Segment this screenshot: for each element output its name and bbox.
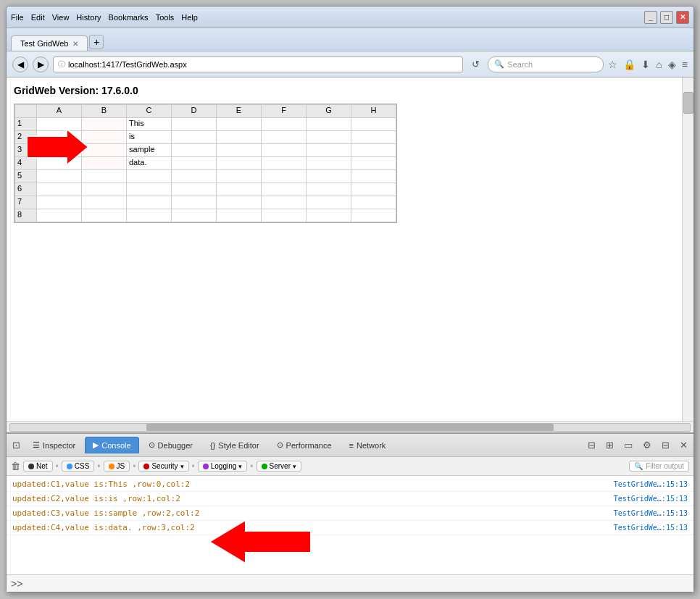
menu-history[interactable]: History — [76, 13, 101, 22]
tab-close-icon[interactable]: ✕ — [72, 40, 78, 48]
tab-inspector[interactable]: ☰ Inspector — [25, 437, 83, 453]
cell-h3[interactable] — [351, 144, 396, 157]
filter-security-button[interactable]: Security ▾ — [138, 461, 188, 472]
cell-a1[interactable] — [37, 118, 82, 131]
horizontal-scrollbar[interactable] — [7, 421, 693, 432]
pocket-icon[interactable]: ◈ — [668, 59, 676, 70]
cell-a5[interactable] — [37, 170, 82, 183]
cell-h4[interactable] — [351, 157, 396, 170]
forward-button[interactable]: ▶ — [33, 56, 49, 72]
filter-net-button[interactable]: Net — [23, 461, 53, 472]
cell-a8[interactable] — [37, 209, 82, 222]
cell-g7[interactable] — [307, 196, 351, 209]
maximize-button[interactable]: □ — [660, 11, 673, 24]
open-menu-icon[interactable]: 🔒 — [623, 59, 636, 70]
cell-e5[interactable] — [217, 170, 262, 183]
cell-b1[interactable] — [82, 118, 127, 131]
cell-e3[interactable] — [217, 144, 262, 157]
cell-d2[interactable] — [172, 131, 217, 144]
vertical-scrollbar[interactable] — [682, 78, 693, 421]
cell-g4[interactable] — [307, 157, 351, 170]
close-devtools-icon[interactable]: ✕ — [677, 438, 691, 452]
cell-h1[interactable] — [351, 118, 396, 131]
clear-console-icon[interactable]: 🗑 — [11, 461, 20, 472]
cell-a7[interactable] — [37, 196, 82, 209]
cell-d5[interactable] — [172, 170, 217, 183]
tab-console[interactable]: ▶ Console — [85, 437, 138, 453]
cell-b8[interactable] — [82, 209, 127, 222]
cell-c4[interactable]: data. — [127, 157, 172, 170]
cell-e4[interactable] — [217, 157, 262, 170]
close-button[interactable]: ✕ — [676, 11, 689, 24]
cell-c2[interactable]: is — [127, 131, 172, 144]
cell-h8[interactable] — [351, 209, 396, 222]
cell-e1[interactable] — [217, 118, 262, 131]
cell-c8[interactable] — [127, 209, 172, 222]
cell-a6[interactable] — [37, 183, 82, 196]
cell-b5[interactable] — [82, 170, 127, 183]
cell-g3[interactable] — [307, 144, 351, 157]
tab-network[interactable]: ≡ Network — [341, 437, 394, 453]
cell-a4[interactable] — [37, 157, 82, 170]
menu-bar[interactable]: File Edit View History Bookmarks Tools H… — [11, 13, 198, 22]
cell-d8[interactable] — [172, 209, 217, 222]
minimize-button[interactable]: _ — [644, 11, 657, 24]
menu-tools[interactable]: Tools — [156, 13, 175, 22]
cell-g5[interactable] — [307, 170, 351, 183]
cell-f2[interactable] — [262, 131, 307, 144]
hamburger-icon[interactable]: ≡ — [682, 59, 688, 70]
menu-edit[interactable]: Edit — [31, 13, 45, 22]
filter-css-button[interactable]: CSS — [62, 461, 95, 472]
cell-c1[interactable]: This — [127, 118, 172, 131]
filter-logging-button[interactable]: Logging ▾ — [198, 461, 248, 472]
browser-tab-gridweb[interactable]: Test GridWeb ✕ — [11, 35, 88, 51]
cell-e2[interactable] — [217, 131, 262, 144]
cell-f7[interactable] — [262, 196, 307, 209]
tab-debugger[interactable]: ⊙ Debugger — [141, 437, 201, 453]
cell-f5[interactable] — [262, 170, 307, 183]
cell-c6[interactable] — [127, 183, 172, 196]
cell-g8[interactable] — [307, 209, 351, 222]
cell-b4[interactable] — [82, 157, 127, 170]
horizontal-scroll-track[interactable] — [9, 423, 691, 432]
console-source-2[interactable]: TestGridWe…:15:13 — [614, 495, 688, 503]
filter-output-box[interactable]: 🔍 Filter output — [629, 461, 689, 472]
detach-icon[interactable]: ⊞ — [603, 438, 617, 452]
cell-b6[interactable] — [82, 183, 127, 196]
cell-f3[interactable] — [262, 144, 307, 157]
url-bar[interactable]: ⓘ localhost:1417/TestGridWeb.aspx — [53, 56, 463, 72]
devtools-side-icon[interactable]: ⊡ — [9, 438, 23, 452]
cell-c5[interactable] — [127, 170, 172, 183]
cell-g2[interactable] — [307, 131, 351, 144]
menu-file[interactable]: File — [11, 13, 24, 22]
cell-h2[interactable] — [351, 131, 396, 144]
menu-view[interactable]: View — [52, 13, 70, 22]
split-vert-icon[interactable]: ▭ — [621, 438, 636, 452]
back-button[interactable]: ◀ — [12, 56, 28, 72]
cell-e6[interactable] — [217, 183, 262, 196]
cell-e8[interactable] — [217, 209, 262, 222]
console-source-4[interactable]: TestGridWe…:15:13 — [614, 524, 688, 532]
cell-f8[interactable] — [262, 209, 307, 222]
menu-bookmarks[interactable]: Bookmarks — [109, 13, 149, 22]
new-tab-button[interactable]: + — [89, 35, 104, 49]
cell-e7[interactable] — [217, 196, 262, 209]
cell-g6[interactable] — [307, 183, 351, 196]
split-layout-icon[interactable]: ⊟ — [585, 438, 599, 452]
cell-g1[interactable] — [307, 118, 351, 131]
cell-h5[interactable] — [351, 170, 396, 183]
spreadsheet-grid[interactable]: A B C D E F G H — [14, 104, 397, 223]
cell-d7[interactable] — [172, 196, 217, 209]
cell-c3[interactable]: sample — [127, 144, 172, 157]
cell-b7[interactable] — [82, 196, 127, 209]
cell-d3[interactable] — [172, 144, 217, 157]
search-bar[interactable]: 🔍 Search — [488, 56, 604, 72]
cell-h6[interactable] — [351, 183, 396, 196]
scrollbar-thumb[interactable] — [683, 92, 693, 114]
console-source-1[interactable]: TestGridWe…:15:13 — [614, 480, 688, 488]
console-input-chevron[interactable]: >> — [11, 578, 22, 590]
cell-d6[interactable] — [172, 183, 217, 196]
cell-f6[interactable] — [262, 183, 307, 196]
cell-b3[interactable] — [82, 144, 127, 157]
cell-f4[interactable] — [262, 157, 307, 170]
